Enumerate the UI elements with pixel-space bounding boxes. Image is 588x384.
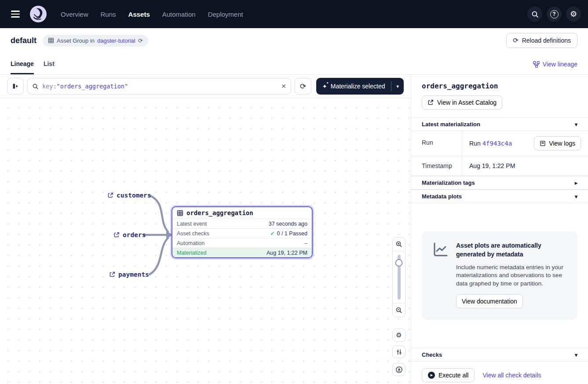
view-documentation-button[interactable]: View documentation bbox=[456, 294, 523, 308]
section-metadata-plots[interactable]: Metadata plots ▾ bbox=[411, 190, 588, 203]
graph-filters-button[interactable] bbox=[392, 345, 405, 358]
tab-lineage[interactable]: Lineage bbox=[11, 60, 34, 74]
caret-down-icon: ▾ bbox=[575, 194, 577, 200]
materialize-selected-button[interactable]: ✦✦ Materialize selected ▾ bbox=[316, 78, 404, 95]
chart-icon bbox=[431, 241, 449, 259]
materialize-dropdown-caret[interactable]: ▾ bbox=[391, 84, 404, 89]
metadata-plots-empty-card: Asset plots are automatically generated … bbox=[422, 231, 577, 320]
run-prefix: Run bbox=[469, 140, 481, 147]
tab-list[interactable]: List bbox=[44, 60, 55, 74]
zoom-in-icon bbox=[395, 241, 402, 248]
reload-definitions-label: Reload definitions bbox=[522, 37, 571, 44]
reload-definitions-button[interactable]: ⟳ Reload definitions bbox=[506, 33, 577, 48]
nav-links: Overview Runs Assets Automation Deployme… bbox=[61, 11, 243, 18]
asset-search-input[interactable]: key:"orders_aggregation" ✕ bbox=[27, 78, 291, 95]
node-row-automation: Automation – bbox=[172, 238, 312, 248]
node-title: orders_aggregation bbox=[186, 209, 253, 216]
execute-all-label: Execute all bbox=[438, 372, 468, 379]
table-icon bbox=[48, 37, 54, 44]
graph-settings-button[interactable]: ⚙ bbox=[392, 329, 405, 342]
help-button[interactable]: ? bbox=[547, 7, 562, 22]
node-row-asset-checks: Asset checks ✓0 / 1 Passed bbox=[172, 228, 312, 238]
asset-node-orders[interactable]: orders bbox=[113, 231, 146, 238]
external-link-icon bbox=[109, 271, 115, 278]
plots-card-title: Asset plots are automatically generated … bbox=[456, 241, 568, 259]
search-button[interactable] bbox=[527, 7, 542, 22]
nav-item-overview[interactable]: Overview bbox=[61, 11, 88, 18]
nav-item-runs[interactable]: Runs bbox=[101, 11, 116, 18]
asset-link-label: payments bbox=[118, 271, 149, 278]
check-icon: ✓ bbox=[270, 230, 274, 237]
timestamp-row: Timestamp Aug 19, 1:22 PM bbox=[411, 156, 588, 176]
search-query-prefix: key: bbox=[42, 83, 57, 90]
view-lineage-label: View lineage bbox=[543, 61, 577, 68]
caret-right-icon: ▸ bbox=[575, 180, 577, 186]
filters-icon bbox=[396, 349, 402, 355]
zoom-controls bbox=[392, 237, 405, 317]
caret-down-icon: ▾ bbox=[575, 121, 577, 128]
search-query-value: "orders_aggregation" bbox=[57, 83, 128, 90]
view-in-asset-catalog-button[interactable]: View in Asset Catalog bbox=[422, 95, 502, 110]
asset-link-label: customers bbox=[117, 192, 151, 199]
gear-icon: ⚙ bbox=[570, 10, 577, 18]
page-header: default Asset Group in dagster-tutorial … bbox=[0, 28, 588, 53]
run-label: Run bbox=[411, 131, 462, 156]
recenter-graph-button[interactable] bbox=[392, 363, 405, 376]
view-lineage-link[interactable]: View lineage bbox=[533, 61, 577, 74]
panel-asset-title: orders_aggregation bbox=[422, 82, 577, 90]
lineage-pane: key:"orders_aggregation" ✕ ⟳ ✦✦ Material… bbox=[0, 75, 411, 384]
asset-node-orders-aggregation[interactable]: orders_aggregation Latest event 37 secon… bbox=[172, 206, 313, 258]
lineage-icon bbox=[533, 61, 540, 68]
node-row-latest-event: Latest event 37 seconds ago bbox=[172, 219, 312, 228]
asset-detail-panel: orders_aggregation View in Asset Catalog… bbox=[411, 75, 588, 384]
hamburger-menu-icon[interactable] bbox=[8, 7, 23, 22]
node-row-materialized: Materialized Aug 19, 1:22 PM bbox=[172, 248, 312, 257]
execute-all-button[interactable]: ▶ Execute all bbox=[422, 368, 475, 382]
zoom-slider-handle[interactable] bbox=[395, 259, 403, 267]
search-icon bbox=[531, 11, 539, 18]
refresh-graph-button[interactable]: ⟳ bbox=[295, 78, 311, 95]
view-logs-button[interactable]: View logs bbox=[534, 136, 581, 150]
lineage-canvas[interactable]: customers orders payments orders_aggrega… bbox=[0, 98, 411, 384]
zoom-out-button[interactable] bbox=[393, 304, 405, 317]
clear-search-icon[interactable]: ✕ bbox=[281, 83, 286, 90]
asset-node-customers[interactable]: customers bbox=[107, 192, 151, 199]
external-link-icon bbox=[427, 99, 434, 106]
reload-icon: ⟳ bbox=[513, 37, 519, 44]
external-link-icon bbox=[113, 232, 120, 238]
table-icon bbox=[177, 210, 183, 216]
section-materialization-tags[interactable]: Materialization tags ▸ bbox=[411, 176, 588, 190]
nav-item-assets[interactable]: Assets bbox=[128, 11, 150, 18]
zoom-slider[interactable] bbox=[393, 251, 405, 304]
section-checks[interactable]: Checks ▾ bbox=[411, 348, 588, 362]
zoom-out-icon bbox=[395, 307, 402, 314]
view-in-catalog-label: View in Asset Catalog bbox=[437, 99, 497, 106]
page-title: default bbox=[11, 36, 37, 45]
external-link-icon bbox=[107, 192, 113, 198]
badge-repo-link[interactable]: dagster-tutorial bbox=[97, 37, 135, 44]
view-logs-label: View logs bbox=[549, 140, 575, 147]
search-icon bbox=[32, 83, 39, 90]
run-id-link[interactable]: 4f943c4a bbox=[482, 140, 512, 147]
play-icon: ▶ bbox=[428, 372, 435, 379]
asset-node-payments[interactable]: payments bbox=[109, 271, 149, 278]
settings-button[interactable]: ⚙ bbox=[566, 7, 581, 22]
sparkles-icon: ✦✦ bbox=[322, 83, 327, 90]
question-icon: ? bbox=[550, 10, 559, 18]
asset-link-label: orders bbox=[123, 231, 146, 238]
refresh-icon[interactable]: ⟳ bbox=[138, 37, 143, 44]
panel-expand-icon bbox=[12, 83, 19, 90]
nav-item-automation[interactable]: Automation bbox=[162, 11, 196, 18]
nav-item-deployment[interactable]: Deployment bbox=[208, 11, 243, 18]
plots-card-body: Include numeric metadata entries in your… bbox=[456, 263, 566, 289]
view-all-check-details-link[interactable]: View all check details bbox=[482, 372, 541, 379]
checks-actions: ▶ Execute all View all check details bbox=[411, 362, 588, 384]
dagster-logo-icon[interactable] bbox=[30, 6, 47, 22]
section-latest-materialization[interactable]: Latest materialization ▾ bbox=[411, 117, 588, 131]
tabs-row: Lineage List View lineage bbox=[0, 53, 588, 75]
refresh-icon: ⟳ bbox=[300, 82, 306, 91]
expand-sidebar-button[interactable] bbox=[7, 78, 24, 95]
run-row: Run Run 4f943c4a View logs bbox=[411, 131, 588, 156]
caret-down-icon: ▾ bbox=[575, 352, 577, 358]
zoom-in-button[interactable] bbox=[393, 238, 405, 251]
